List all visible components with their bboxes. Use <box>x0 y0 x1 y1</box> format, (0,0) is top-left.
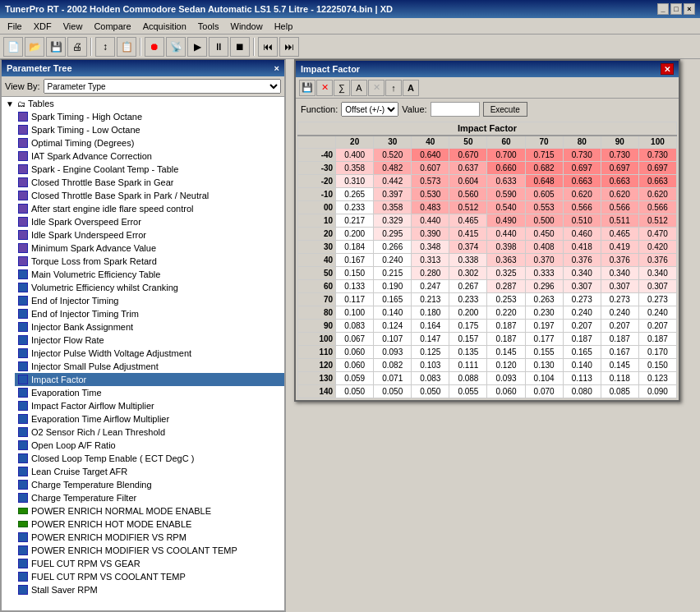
cell-1-3[interactable]: 0.637 <box>449 162 487 175</box>
cell-13-4[interactable]: 0.187 <box>487 320 525 333</box>
cell-15-6[interactable]: 0.165 <box>563 346 601 359</box>
cell-6-2[interactable]: 0.390 <box>412 228 449 241</box>
cell-6-6[interactable]: 0.460 <box>563 228 601 241</box>
cell-3-7[interactable]: 0.620 <box>601 188 638 201</box>
cell-5-6[interactable]: 0.510 <box>563 214 601 228</box>
cell-12-7[interactable]: 0.240 <box>601 306 638 320</box>
acq-button[interactable]: 📡 <box>166 37 186 57</box>
tree-item-2[interactable]: Optimal Timing (Degrees) <box>15 136 284 150</box>
cell-10-5[interactable]: 0.296 <box>525 280 563 293</box>
cell-14-3[interactable]: 0.157 <box>449 333 487 346</box>
cell-17-1[interactable]: 0.071 <box>374 372 412 385</box>
cell-11-7[interactable]: 0.273 <box>601 293 638 306</box>
undo-impact-button[interactable]: ✕ <box>316 80 333 96</box>
cell-18-6[interactable]: 0.080 <box>563 385 601 398</box>
cell-17-3[interactable]: 0.088 <box>449 372 487 385</box>
cell-9-1[interactable]: 0.215 <box>374 267 412 280</box>
tree-item-36[interactable]: Stall Saver RPM <box>15 583 284 596</box>
play-button[interactable]: ▶ <box>187 37 207 57</box>
cell-18-1[interactable]: 0.050 <box>374 385 412 398</box>
cell-5-2[interactable]: 0.440 <box>412 214 449 228</box>
cell-1-8[interactable]: 0.697 <box>638 162 676 175</box>
tree-item-33[interactable]: POWER ENRICH MODIFIER VS COOLANT TEMP <box>15 544 284 557</box>
cell-9-3[interactable]: 0.302 <box>449 267 487 280</box>
cell-17-7[interactable]: 0.118 <box>601 372 638 385</box>
cell-8-3[interactable]: 0.338 <box>449 254 487 267</box>
cell-14-6[interactable]: 0.187 <box>563 333 601 346</box>
cell-13-3[interactable]: 0.175 <box>449 320 487 333</box>
tree-item-29[interactable]: Charge Temperature Filter <box>15 491 284 504</box>
cell-13-6[interactable]: 0.207 <box>563 320 601 333</box>
cell-12-6[interactable]: 0.240 <box>563 306 601 320</box>
cell-3-2[interactable]: 0.530 <box>412 188 449 201</box>
cell-17-8[interactable]: 0.123 <box>638 372 676 385</box>
cell-6-8[interactable]: 0.470 <box>638 228 676 241</box>
cell-12-0[interactable]: 0.100 <box>336 306 374 320</box>
cell-13-2[interactable]: 0.164 <box>412 320 449 333</box>
tree-item-13[interactable]: Volumetric Efficiency whilst Cranking <box>15 281 284 294</box>
menu-view[interactable]: View <box>59 21 87 32</box>
cell-14-0[interactable]: 0.067 <box>336 333 374 346</box>
cell-18-3[interactable]: 0.055 <box>449 385 487 398</box>
bold-btn[interactable]: A <box>403 80 419 96</box>
cell-3-5[interactable]: 0.605 <box>525 188 563 201</box>
cell-10-3[interactable]: 0.267 <box>449 280 487 293</box>
cell-12-1[interactable]: 0.140 <box>374 306 412 320</box>
cell-3-0[interactable]: 0.265 <box>336 188 374 201</box>
cell-6-4[interactable]: 0.440 <box>487 228 525 241</box>
cell-11-6[interactable]: 0.273 <box>563 293 601 306</box>
stop-button[interactable]: ⏹ <box>230 37 250 57</box>
cell-15-5[interactable]: 0.155 <box>525 346 563 359</box>
cell-2-5[interactable]: 0.648 <box>525 175 563 188</box>
tree-item-0[interactable]: Spark Timing - High Octane <box>15 110 284 123</box>
cell-15-7[interactable]: 0.167 <box>601 346 638 359</box>
cell-15-4[interactable]: 0.145 <box>487 346 525 359</box>
tree-root[interactable]: ▼ 🗂 Tables <box>2 97 284 110</box>
cell-4-6[interactable]: 0.566 <box>563 201 601 214</box>
cell-9-2[interactable]: 0.280 <box>412 267 449 280</box>
cell-1-4[interactable]: 0.660 <box>487 162 525 175</box>
cell-4-5[interactable]: 0.553 <box>525 201 563 214</box>
cell-11-0[interactable]: 0.117 <box>336 293 374 306</box>
cell-4-8[interactable]: 0.566 <box>638 201 676 214</box>
cell-10-2[interactable]: 0.247 <box>412 280 449 293</box>
cell-0-2[interactable]: 0.640 <box>412 149 449 162</box>
cell-13-5[interactable]: 0.197 <box>525 320 563 333</box>
cell-4-0[interactable]: 0.233 <box>336 201 374 214</box>
cell-0-7[interactable]: 0.730 <box>601 149 638 162</box>
cell-14-2[interactable]: 0.147 <box>412 333 449 346</box>
cell-14-4[interactable]: 0.187 <box>487 333 525 346</box>
tree-item-5[interactable]: Closed Throttle Base Spark in Gear <box>15 176 284 189</box>
tree-item-3[interactable]: IAT Spark Advance Correction <box>15 150 284 163</box>
cell-0-3[interactable]: 0.670 <box>449 149 487 162</box>
cell-5-4[interactable]: 0.490 <box>487 214 525 228</box>
cell-2-2[interactable]: 0.573 <box>412 175 449 188</box>
cell-14-8[interactable]: 0.187 <box>638 333 676 346</box>
impact-close-button[interactable]: ✕ <box>661 63 674 75</box>
cell-15-8[interactable]: 0.170 <box>638 346 676 359</box>
tree-item-15[interactable]: End of Injector Timing Trim <box>15 307 284 320</box>
record-button[interactable]: ⏺ <box>145 37 164 57</box>
cell-0-4[interactable]: 0.700 <box>487 149 525 162</box>
cell-2-7[interactable]: 0.663 <box>601 175 638 188</box>
cell-18-8[interactable]: 0.090 <box>638 385 676 398</box>
cell-2-1[interactable]: 0.442 <box>374 175 412 188</box>
minimize-button[interactable]: _ <box>657 3 669 15</box>
cell-10-7[interactable]: 0.307 <box>601 280 638 293</box>
cell-5-8[interactable]: 0.512 <box>638 214 676 228</box>
cell-7-4[interactable]: 0.398 <box>487 241 525 254</box>
cell-1-0[interactable]: 0.358 <box>336 162 374 175</box>
tree-item-21[interactable]: Evaporation Time <box>15 386 284 399</box>
cell-6-7[interactable]: 0.465 <box>601 228 638 241</box>
cell-16-7[interactable]: 0.145 <box>601 359 638 372</box>
cell-7-8[interactable]: 0.420 <box>638 241 676 254</box>
cell-14-5[interactable]: 0.177 <box>525 333 563 346</box>
open-button[interactable]: 📂 <box>25 37 44 57</box>
cell-17-2[interactable]: 0.083 <box>412 372 449 385</box>
tree-item-6[interactable]: Closed Throttle Base Spark in Park / Neu… <box>15 189 284 202</box>
cell-0-0[interactable]: 0.400 <box>336 149 374 162</box>
cell-16-2[interactable]: 0.103 <box>412 359 449 372</box>
tree-item-16[interactable]: Injector Bank Assignment <box>15 320 284 334</box>
cell-8-5[interactable]: 0.370 <box>525 254 563 267</box>
cell-3-3[interactable]: 0.560 <box>449 188 487 201</box>
